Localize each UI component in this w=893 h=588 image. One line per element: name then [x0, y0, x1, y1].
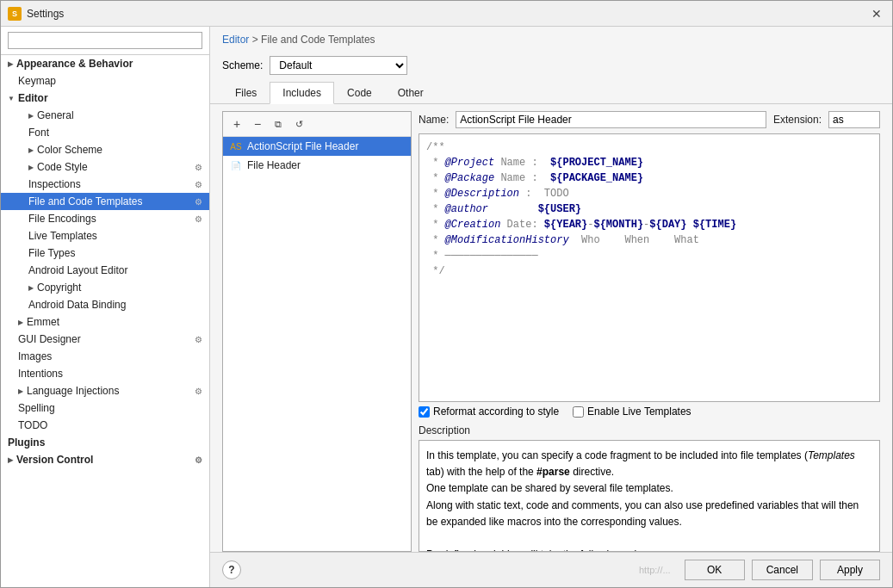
scheme-select[interactable]: Default — [270, 56, 407, 75]
name-label: Name: — [419, 114, 449, 126]
apply-button[interactable]: Apply — [820, 560, 880, 580]
code-line: */ — [426, 263, 872, 279]
expand-arrow: ▶ — [28, 146, 34, 154]
sidebar-item-label: Color Scheme — [37, 144, 102, 156]
sidebar-item-label: Keymap — [18, 75, 56, 87]
cancel-button[interactable]: Cancel — [752, 560, 813, 580]
sidebar-item-label: Android Data Binding — [28, 299, 126, 311]
sidebar-item-appearance[interactable]: ▶ Appearance & Behavior — [1, 55, 209, 72]
template-item-label: File Header — [247, 159, 301, 171]
sidebar-item-label: Spelling — [18, 402, 55, 414]
code-editor[interactable]: /** * @Project Name : ${PROJECT_NAME} * … — [419, 133, 880, 402]
template-item-actionscript[interactable]: AS ActionScript File Header — [223, 137, 411, 156]
sidebar-item-todo[interactable]: TODO — [1, 417, 209, 434]
remove-template-button[interactable]: − — [249, 115, 266, 133]
expand-arrow: ▶ — [8, 456, 13, 464]
live-templates-checkbox-label[interactable]: Enable Live Templates — [573, 405, 691, 418]
template-area: + − ⧉ ↺ AS ActionScript File Header 📄 Fi… — [210, 104, 892, 552]
settings-icon: ⚙ — [195, 197, 202, 207]
template-editor-panel: Name: Extension: /** * @Project Name : $… — [419, 111, 880, 552]
search-input[interactable] — [8, 32, 202, 49]
name-input[interactable] — [456, 111, 766, 128]
sidebar-item-images[interactable]: Images — [1, 348, 209, 365]
breadcrumb: Editor > File and Code Templates — [210, 27, 892, 53]
expand-arrow: ▶ — [8, 60, 13, 68]
settings-icon: ⚙ — [195, 163, 202, 172]
sidebar-item-spelling[interactable]: Spelling — [1, 399, 209, 417]
sidebar-item-color-scheme[interactable]: ▶ Color Scheme — [1, 141, 209, 158]
breadcrumb-separator: > — [249, 34, 261, 46]
sidebar-item-file-types[interactable]: File Types — [1, 244, 209, 262]
sidebar-item-copyright[interactable]: ▶ Copyright — [1, 279, 209, 296]
expand-arrow: ▶ — [18, 319, 23, 326]
sidebar-item-emmet[interactable]: ▶ Emmet — [1, 313, 209, 331]
settings-icon: ⚙ — [195, 214, 202, 224]
enable-live-templates-checkbox[interactable] — [573, 406, 584, 418]
sidebar-item-inspections[interactable]: Inspections ⚙ — [1, 176, 209, 193]
sidebar-item-label: Android Layout Editor — [28, 264, 127, 276]
tab-files[interactable]: Files — [222, 82, 270, 104]
code-line: * @Project Name : ${PROJECT_NAME} — [426, 155, 872, 170]
sidebar-item-intentions[interactable]: Intentions — [1, 365, 209, 382]
tab-code[interactable]: Code — [334, 82, 385, 104]
description-label: Description — [419, 424, 880, 436]
sidebar-item-plugins[interactable]: Plugins — [1, 434, 209, 451]
reset-template-button[interactable]: ↺ — [290, 115, 307, 133]
sidebar-item-code-style[interactable]: ▶ Code Style ⚙ — [1, 158, 209, 176]
code-line: /** — [426, 139, 872, 155]
reformat-checkbox-label[interactable]: Reformat according to style — [419, 405, 559, 418]
main-panel: Editor > File and Code Templates Scheme:… — [210, 27, 892, 587]
tabs-bar: Files Includes Code Other — [210, 82, 892, 104]
expand-arrow: ▶ — [28, 284, 34, 292]
sidebar: ▶ Appearance & Behavior Keymap ▼ Editor … — [1, 27, 210, 587]
reformat-checkbox[interactable] — [419, 406, 430, 418]
sidebar-item-live-templates[interactable]: Live Templates — [1, 227, 209, 244]
expand-arrow: ▶ — [28, 164, 34, 171]
close-button[interactable]: ✕ — [868, 5, 885, 22]
template-item-file-header[interactable]: 📄 File Header — [223, 156, 411, 175]
extension-input[interactable] — [828, 111, 880, 128]
code-line: * @ModificationHistory Who When What — [426, 232, 872, 248]
sidebar-item-file-templates[interactable]: File and Code Templates ⚙ — [1, 193, 209, 210]
ok-button[interactable]: OK — [685, 560, 745, 580]
sidebar-item-label: TODO — [18, 419, 47, 431]
expand-arrow: ▶ — [28, 112, 34, 120]
sidebar-item-general[interactable]: ▶ General — [1, 107, 209, 124]
desc-text-1: In this template, you can specify a code… — [426, 449, 859, 552]
sidebar-item-label: Intentions — [18, 368, 63, 380]
reformat-label: Reformat according to style — [433, 405, 559, 418]
add-template-button[interactable]: + — [228, 115, 245, 133]
tab-other[interactable]: Other — [385, 82, 437, 104]
copy-template-button[interactable]: ⧉ — [270, 115, 287, 133]
code-line: * @author ${USER} — [426, 201, 872, 217]
help-button[interactable]: ? — [222, 560, 241, 579]
breadcrumb-editor[interactable]: Editor — [222, 34, 249, 46]
sidebar-item-android-layout[interactable]: Android Layout Editor — [1, 262, 209, 279]
sidebar-item-label: File Types — [28, 247, 75, 259]
template-icon: AS — [230, 140, 242, 152]
sidebar-item-file-encodings[interactable]: File Encodings ⚙ — [1, 210, 209, 227]
template-list-panel: + − ⧉ ↺ AS ActionScript File Header 📄 Fi… — [222, 111, 412, 552]
sidebar-item-gui-designer[interactable]: GUI Designer ⚙ — [1, 331, 209, 348]
sidebar-item-version-control[interactable]: ▶ Version Control ⚙ — [1, 451, 209, 468]
sidebar-item-font[interactable]: Font — [1, 124, 209, 141]
extension-label: Extension: — [773, 114, 822, 126]
sidebar-item-label: File and Code Templates — [28, 195, 143, 207]
main-content: ▶ Appearance & Behavior Keymap ▼ Editor … — [1, 27, 892, 587]
sidebar-item-editor[interactable]: ▼ Editor — [1, 90, 209, 107]
template-list: AS ActionScript File Header 📄 File Heade… — [223, 137, 411, 551]
bottom-bar: ? http://... OK Cancel Apply — [210, 552, 892, 587]
settings-icon: ⚙ — [195, 180, 202, 189]
sidebar-item-language-injections[interactable]: ▶ Language Injections ⚙ — [1, 382, 209, 399]
scheme-dropdown: Default — [270, 56, 407, 75]
breadcrumb-current: File and Code Templates — [261, 34, 375, 46]
tab-includes[interactable]: Includes — [270, 82, 334, 104]
sidebar-item-keymap[interactable]: Keymap — [1, 72, 209, 90]
template-item-label: ActionScript File Header — [247, 140, 358, 152]
sidebar-item-label: Live Templates — [28, 230, 97, 242]
sidebar-item-label: Images — [18, 350, 52, 362]
sidebar-item-android-data[interactable]: Android Data Binding — [1, 296, 209, 313]
description-box: In this template, you can specify a code… — [419, 440, 880, 552]
template-icon: 📄 — [230, 159, 242, 171]
sidebar-item-label: Version Control — [16, 454, 93, 466]
